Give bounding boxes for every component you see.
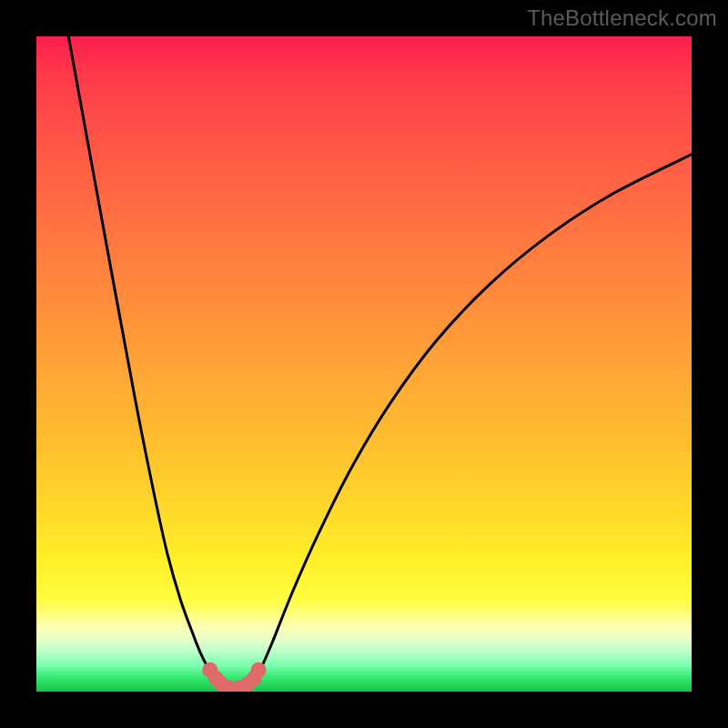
curve-path — [68, 36, 692, 690]
chart-frame: TheBottleneck.com — [0, 0, 728, 728]
bottleneck-curve — [68, 36, 692, 690]
valley-marker — [251, 662, 267, 678]
valley-markers — [202, 662, 266, 692]
chart-svg — [36, 36, 692, 692]
plot-area — [36, 36, 692, 692]
watermark-text: TheBottleneck.com — [527, 5, 717, 31]
